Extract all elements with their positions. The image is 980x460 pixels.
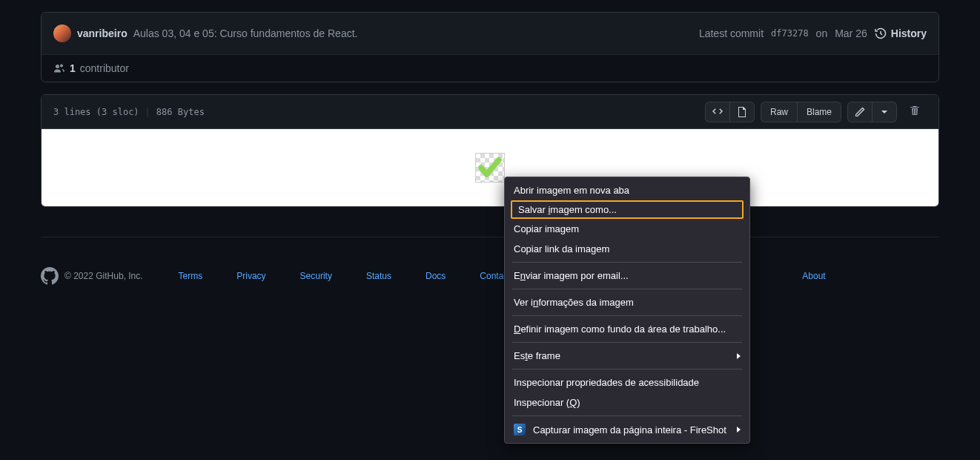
menu-item-inspect[interactable]: Inspecionar (Q) (505, 392, 749, 413)
commit-hash[interactable]: df73278 (771, 28, 809, 39)
contributors-bar: 1 contributor (42, 54, 938, 82)
trash-icon (909, 105, 921, 116)
menu-item-open-new-tab[interactable]: Abrir imagem em nova aba (505, 180, 749, 200)
delete-button[interactable] (903, 101, 927, 122)
footer-link-privacy[interactable]: Privacy (236, 271, 265, 281)
people-icon (53, 62, 65, 74)
checkmark-icon (476, 154, 504, 182)
menu-item-fireshot[interactable]: S Capturar imagem da página inteira - Fi… (505, 419, 749, 440)
menu-item-view-image-info[interactable]: Ver informações da imagem (505, 292, 749, 312)
contributor-count: 1 (70, 62, 76, 74)
footer-link-terms[interactable]: Terms (179, 271, 203, 281)
menu-separator (512, 342, 742, 343)
caret-down-icon (878, 106, 890, 118)
footer: © 2022 GitHub, Inc. Terms Privacy Securi… (41, 237, 939, 285)
footer-link-security[interactable]: Security (300, 271, 332, 281)
menu-separator (512, 369, 742, 369)
commit-date[interactable]: Mar 26 (835, 27, 867, 39)
commit-box: vanribeiro Aulas 03, 04 e 05: Curso fund… (41, 12, 939, 82)
copyright: © 2022 GitHub, Inc. (64, 271, 143, 281)
menu-item-inspect-accessibility[interactable]: Inspecionar propriedades de acessibilida… (505, 372, 749, 392)
menu-separator (512, 262, 742, 263)
file-box: 3 lines (3 sloc) | 886 Bytes Raw Blame (41, 94, 939, 207)
file-lines: 3 lines (3 sloc) (53, 107, 139, 117)
latest-commit-label: Latest commit (699, 27, 764, 39)
footer-link-status[interactable]: Status (366, 271, 391, 281)
author-avatar[interactable] (53, 24, 71, 42)
menu-item-copy-image-link[interactable]: Copiar link da imagem (505, 239, 749, 259)
commit-date-prefix: on (816, 27, 828, 39)
menu-item-copy-image[interactable]: Copiar imagem (505, 219, 749, 239)
edit-dropdown-button[interactable] (873, 102, 897, 122)
file-content (42, 129, 938, 206)
chevron-right-icon (737, 353, 741, 359)
pencil-icon (854, 106, 866, 118)
fireshot-icon: S (514, 424, 526, 436)
menu-separator (512, 315, 742, 316)
footer-link-docs[interactable]: Docs (426, 271, 446, 281)
file-icon (736, 106, 748, 118)
history-icon (875, 27, 887, 39)
footer-link-about[interactable]: About (802, 271, 825, 281)
commit-message[interactable]: Aulas 03, 04 e 05: Curso fundamentos de … (133, 27, 358, 39)
source-code-button[interactable] (705, 102, 730, 122)
chevron-right-icon (737, 427, 741, 433)
menu-item-email-image[interactable]: Enviar imagem por email... (505, 266, 749, 286)
menu-item-this-frame[interactable]: Este frame (505, 346, 749, 366)
github-logo-icon[interactable] (41, 267, 59, 285)
menu-separator (512, 415, 742, 416)
menu-item-set-wallpaper[interactable]: Definir imagem como fundo da área de tra… (505, 319, 749, 339)
image-thumbnail[interactable] (475, 153, 505, 183)
author-name[interactable]: vanribeiro (77, 27, 128, 39)
display-rendered-button[interactable] (730, 102, 755, 122)
context-menu: Abrir imagem em nova aba Salvar imagem c… (504, 177, 750, 444)
edit-button[interactable] (847, 102, 873, 122)
code-icon (712, 106, 724, 118)
history-link[interactable]: History (875, 27, 927, 39)
blame-button[interactable]: Blame (798, 102, 841, 122)
raw-button[interactable]: Raw (761, 102, 798, 122)
file-size: 886 Bytes (156, 107, 205, 117)
menu-item-save-image-as[interactable]: Salvar imagem como... (511, 200, 744, 219)
menu-separator (512, 289, 742, 289)
contributor-label: contributor (80, 62, 129, 74)
